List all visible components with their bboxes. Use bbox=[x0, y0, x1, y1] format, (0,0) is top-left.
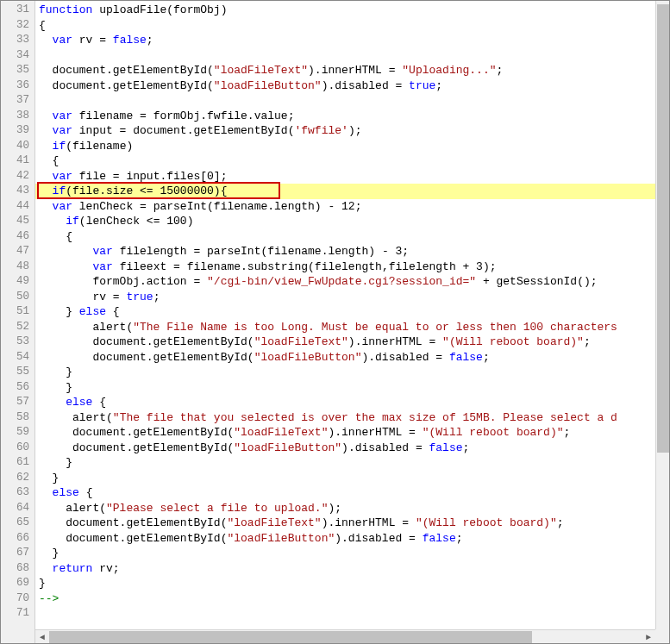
line-number: 44 bbox=[1, 199, 29, 215]
line-number: 46 bbox=[1, 229, 29, 245]
code-line[interactable]: } bbox=[35, 576, 669, 591]
line-number: 63 bbox=[1, 485, 29, 501]
line-number: 55 bbox=[1, 365, 29, 380]
code-line[interactable]: var filename = formObj.fwfile.value; bbox=[35, 109, 669, 124]
code-line[interactable]: } bbox=[35, 455, 669, 471]
code-line[interactable]: { bbox=[35, 229, 669, 245]
line-number: 58 bbox=[1, 410, 29, 426]
line-number: 67 bbox=[1, 546, 29, 561]
line-number: 71 bbox=[1, 606, 29, 622]
line-number: 65 bbox=[1, 516, 29, 531]
code-line[interactable]: } bbox=[35, 365, 669, 380]
code-line[interactable] bbox=[35, 606, 669, 622]
line-number: 47 bbox=[1, 244, 29, 259]
code-lines: function uploadFile(formObj){ var rv = f… bbox=[35, 1, 669, 622]
line-number: 54 bbox=[1, 350, 29, 366]
line-number: 41 bbox=[1, 153, 29, 169]
line-number: 70 bbox=[1, 591, 29, 607]
code-line[interactable]: var file = input.files[0]; bbox=[35, 169, 669, 184]
code-line[interactable]: var filelength = parseInt(filename.lengt… bbox=[35, 244, 669, 259]
line-number: 64 bbox=[1, 501, 29, 516]
code-editor: 3132333435363738394041424344454647484950… bbox=[0, 0, 670, 644]
code-area[interactable]: function uploadFile(formObj){ var rv = f… bbox=[35, 1, 669, 643]
line-number: 50 bbox=[1, 290, 29, 305]
line-number: 62 bbox=[1, 471, 29, 486]
code-line[interactable] bbox=[35, 48, 669, 64]
scroll-left-arrow-icon[interactable]: ◄ bbox=[35, 630, 49, 644]
code-line[interactable]: formObj.action = "/cgi-bin/view_FwUpdate… bbox=[35, 274, 669, 290]
line-number: 45 bbox=[1, 214, 29, 229]
code-line[interactable]: } else { bbox=[35, 304, 669, 320]
line-number: 38 bbox=[1, 109, 29, 124]
vertical-scrollbar-thumb[interactable] bbox=[657, 4, 669, 453]
line-number: 66 bbox=[1, 531, 29, 547]
code-line[interactable]: var rv = false; bbox=[35, 33, 669, 48]
code-line[interactable]: document.getElementById("loadFileButton"… bbox=[35, 78, 669, 94]
line-number: 48 bbox=[1, 259, 29, 275]
code-line[interactable]: return rv; bbox=[35, 561, 669, 577]
horizontal-scrollbar-thumb[interactable] bbox=[49, 631, 532, 643]
line-number: 49 bbox=[1, 274, 29, 290]
code-line[interactable]: document.getElementById("loadFileButton"… bbox=[35, 441, 669, 456]
horizontal-scrollbar-track[interactable] bbox=[49, 630, 642, 643]
line-number: 34 bbox=[1, 48, 29, 64]
line-number: 56 bbox=[1, 380, 29, 396]
code-line[interactable]: var fileext = filename.substring(filelen… bbox=[35, 259, 669, 275]
code-line[interactable]: } bbox=[35, 380, 669, 396]
code-line[interactable]: var input = document.getElementById('fwf… bbox=[35, 123, 669, 139]
code-line[interactable]: else { bbox=[35, 395, 669, 410]
code-line[interactable]: document.getElementById("loadFileText").… bbox=[35, 63, 669, 78]
vertical-scrollbar[interactable] bbox=[655, 1, 669, 629]
code-line[interactable]: document.getElementById("loadFileText").… bbox=[35, 516, 669, 531]
line-number: 57 bbox=[1, 395, 29, 410]
code-line[interactable]: alert("The File Name is too Long. Must b… bbox=[35, 320, 669, 335]
line-number: 61 bbox=[1, 455, 29, 471]
code-line[interactable]: document.getElementById("loadFileButton"… bbox=[35, 531, 669, 547]
code-line[interactable]: --> bbox=[35, 591, 669, 607]
line-number: 42 bbox=[1, 169, 29, 184]
code-line[interactable]: function uploadFile(formObj) bbox=[35, 3, 669, 18]
code-line[interactable]: document.getElementById("loadFileText").… bbox=[35, 335, 669, 350]
scroll-right-arrow-icon[interactable]: ► bbox=[642, 630, 655, 644]
line-number: 35 bbox=[1, 63, 29, 78]
code-line[interactable] bbox=[35, 93, 669, 109]
code-line[interactable]: alert("The file that you selected is ove… bbox=[35, 410, 669, 426]
code-line[interactable]: { bbox=[35, 18, 669, 34]
code-line[interactable]: } bbox=[35, 471, 669, 486]
line-number: 32 bbox=[1, 18, 29, 34]
code-line[interactable]: document.getElementById("loadFileText").… bbox=[35, 425, 669, 441]
line-number: 68 bbox=[1, 561, 29, 577]
code-line[interactable]: document.getElementById("loadFileButton"… bbox=[35, 350, 669, 366]
line-number: 52 bbox=[1, 320, 29, 335]
horizontal-scrollbar[interactable]: ◄ ► bbox=[35, 629, 655, 643]
line-number: 36 bbox=[1, 78, 29, 94]
code-line[interactable]: } bbox=[35, 546, 669, 561]
line-number: 33 bbox=[1, 33, 29, 48]
code-line[interactable]: var lenCheck = parseInt(filename.length)… bbox=[35, 199, 669, 215]
code-line[interactable]: { bbox=[35, 153, 669, 169]
code-line[interactable]: else { bbox=[35, 485, 669, 501]
code-line[interactable]: if(file.size <= 15000000){ bbox=[35, 184, 669, 199]
code-line[interactable]: if(lenCheck <= 100) bbox=[35, 214, 669, 229]
line-number: 31 bbox=[1, 3, 29, 18]
line-number: 43 bbox=[1, 184, 29, 199]
line-number-gutter: 3132333435363738394041424344454647484950… bbox=[1, 1, 35, 643]
line-number: 59 bbox=[1, 425, 29, 441]
code-line[interactable]: alert("Please select a file to upload.")… bbox=[35, 501, 669, 516]
code-line[interactable]: rv = true; bbox=[35, 290, 669, 305]
line-number: 37 bbox=[1, 93, 29, 109]
line-number: 39 bbox=[1, 123, 29, 139]
scrollbar-corner bbox=[655, 629, 669, 643]
code-line[interactable]: if(filename) bbox=[35, 139, 669, 154]
line-number: 60 bbox=[1, 441, 29, 456]
line-number: 53 bbox=[1, 335, 29, 350]
line-number: 51 bbox=[1, 304, 29, 320]
line-number: 40 bbox=[1, 139, 29, 154]
line-number: 69 bbox=[1, 576, 29, 591]
